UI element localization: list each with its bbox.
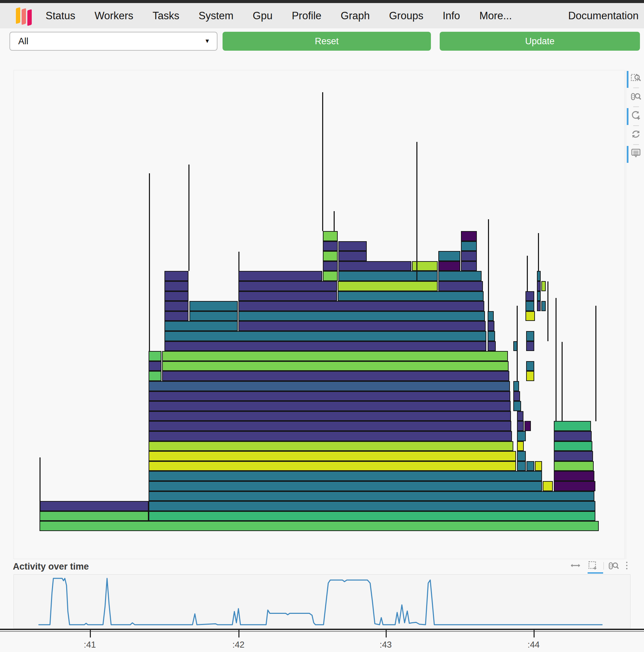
flame-rect[interactable] <box>149 421 511 431</box>
flame-rect[interactable] <box>164 321 238 331</box>
flame-rect[interactable] <box>164 311 188 321</box>
flame-rect[interactable] <box>149 511 595 521</box>
flame-rect[interactable] <box>338 261 411 271</box>
flame-rect[interactable] <box>238 311 485 321</box>
pan-x-icon[interactable] <box>570 560 581 571</box>
flame-rect[interactable] <box>164 271 188 281</box>
flame-rect[interactable] <box>149 491 594 501</box>
flame-rect[interactable] <box>526 331 534 341</box>
flame-rect[interactable] <box>149 391 510 401</box>
flame-rect[interactable] <box>162 361 509 371</box>
nav-item-gpu[interactable]: Gpu <box>253 10 273 22</box>
hover-icon[interactable] <box>630 147 642 159</box>
flame-rect[interactable] <box>438 281 483 291</box>
flame-rect[interactable] <box>517 451 526 461</box>
flame-rect[interactable] <box>323 251 338 261</box>
flame-rect[interactable] <box>554 461 594 471</box>
flame-rect[interactable] <box>513 401 521 411</box>
nav-item-system[interactable]: System <box>199 10 233 22</box>
flame-rect[interactable] <box>323 231 338 241</box>
flame-rect[interactable] <box>149 361 161 371</box>
flame-rect[interactable] <box>338 291 484 301</box>
flame-rect[interactable] <box>513 341 517 351</box>
profile-filter-select[interactable]: All ▼ <box>9 32 217 51</box>
flame-rect[interactable] <box>164 281 188 291</box>
flame-rect[interactable] <box>149 381 510 391</box>
flame-rect[interactable] <box>554 431 592 441</box>
flame-rect[interactable] <box>526 361 534 371</box>
flame-rect[interactable] <box>524 421 531 431</box>
flame-rect[interactable] <box>338 271 438 281</box>
flame-rect[interactable] <box>40 511 149 521</box>
flame-rect[interactable] <box>513 381 519 391</box>
flame-rect[interactable] <box>323 271 338 281</box>
box-zoom-icon[interactable] <box>630 72 642 83</box>
nav-item-graph[interactable]: Graph <box>341 10 370 22</box>
nav-item-documentation[interactable]: Documentation <box>568 10 639 22</box>
nav-item-status[interactable]: Status <box>46 10 75 22</box>
flame-rect[interactable] <box>438 261 460 271</box>
nav-item-tasks[interactable]: Tasks <box>153 10 179 22</box>
flame-rect[interactable] <box>164 301 188 311</box>
flame-rect[interactable] <box>537 291 541 301</box>
flame-rect[interactable] <box>238 271 322 281</box>
flame-rect[interactable] <box>149 441 513 451</box>
flame-rect[interactable] <box>461 261 477 271</box>
flame-rect[interactable] <box>541 301 546 311</box>
flame-rect[interactable] <box>149 411 511 421</box>
flame-rect[interactable] <box>338 281 438 291</box>
flame-rect[interactable] <box>149 501 595 511</box>
flame-rect[interactable] <box>189 311 238 321</box>
flame-rect[interactable] <box>517 441 524 451</box>
flame-rect[interactable] <box>537 281 541 291</box>
flame-rect[interactable] <box>238 281 337 291</box>
flame-rect[interactable] <box>338 251 367 261</box>
flame-rect[interactable] <box>438 251 460 261</box>
flame-rect[interactable] <box>149 451 516 461</box>
dask-logo-icon[interactable] <box>15 5 36 26</box>
flame-rect[interactable] <box>526 371 534 381</box>
flame-rect[interactable] <box>488 331 495 341</box>
nav-item-more[interactable]: More... <box>479 10 512 22</box>
menu-dots-icon[interactable] <box>621 560 632 571</box>
flame-rect[interactable] <box>537 301 541 311</box>
flame-rect[interactable] <box>554 441 592 451</box>
flame-rect[interactable] <box>517 461 526 471</box>
flame-rect[interactable] <box>461 241 477 251</box>
flame-rect[interactable] <box>554 471 594 481</box>
nav-item-groups[interactable]: Groups <box>389 10 423 22</box>
flame-rect[interactable] <box>149 371 161 381</box>
flame-rect[interactable] <box>149 481 542 491</box>
flame-rect[interactable] <box>535 461 542 471</box>
flame-rect[interactable] <box>541 281 546 291</box>
flame-rect[interactable] <box>164 291 188 301</box>
flame-rect[interactable] <box>488 341 496 351</box>
flame-rect[interactable] <box>323 261 338 271</box>
flame-rect[interactable] <box>537 271 541 281</box>
flame-rect[interactable] <box>488 311 494 321</box>
flame-rect[interactable] <box>162 351 508 361</box>
flame-rect[interactable] <box>525 311 535 321</box>
flame-rect[interactable] <box>525 291 534 301</box>
nav-item-info[interactable]: Info <box>443 10 460 22</box>
flame-rect[interactable] <box>517 431 526 441</box>
flame-rect[interactable] <box>40 501 149 511</box>
reset-icon[interactable] <box>630 128 642 140</box>
reset-button[interactable]: Reset <box>223 32 431 51</box>
zoom-in-icon[interactable] <box>630 109 642 121</box>
flame-rect[interactable] <box>149 401 511 411</box>
flame-rect[interactable] <box>461 251 477 261</box>
flame-rect[interactable] <box>461 231 477 241</box>
flame-rect[interactable] <box>149 351 161 361</box>
flame-rect[interactable] <box>525 301 534 311</box>
flame-rect[interactable] <box>554 421 591 431</box>
nav-item-profile[interactable]: Profile <box>292 10 321 22</box>
flame-rect[interactable] <box>238 291 337 301</box>
box-zoom-plus-icon[interactable] <box>588 560 598 571</box>
flame-rect[interactable] <box>162 371 509 381</box>
flame-rect[interactable] <box>438 271 482 281</box>
flame-rect[interactable] <box>543 481 553 491</box>
flame-rect[interactable] <box>323 241 338 251</box>
flame-rect[interactable] <box>526 461 534 471</box>
flame-rect[interactable] <box>513 391 520 401</box>
